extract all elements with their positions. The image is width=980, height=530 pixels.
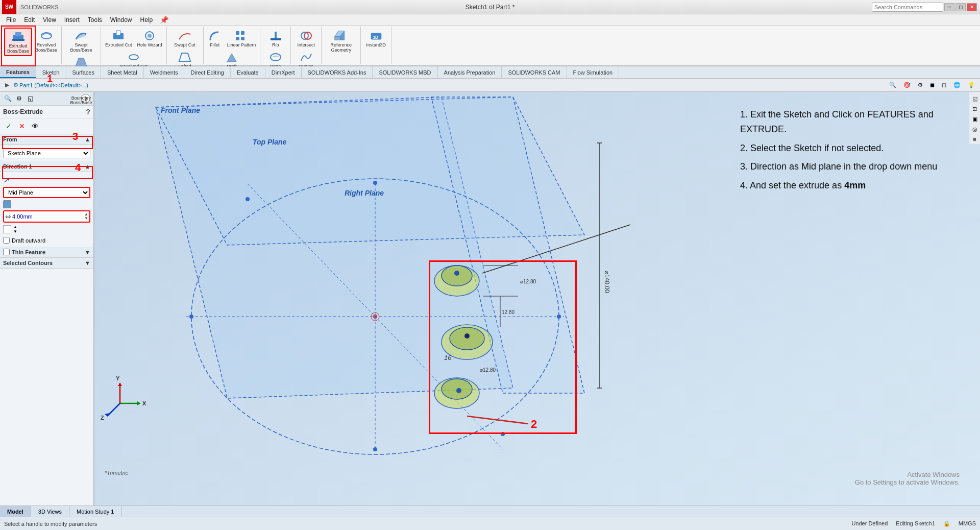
- menu-insert[interactable]: Insert: [60, 15, 84, 25]
- menu-help[interactable]: Help: [136, 15, 157, 25]
- linear-pattern-button[interactable]: Linear Pattern: [225, 28, 258, 49]
- instant3d-label: Instant3D: [366, 43, 386, 48]
- svg-rect-28: [335, 36, 340, 40]
- linear-pattern-label: Linear Pattern: [227, 43, 256, 48]
- toolbar: ExtrudedBoss/Base RevolvedBoss/Base Swep…: [0, 26, 980, 66]
- quick-filter-icon[interactable]: 🔍: [3, 94, 12, 103]
- menu-edit[interactable]: Edit: [20, 15, 39, 25]
- contour-down[interactable]: ▼: [13, 229, 17, 234]
- boundary-boss-base-label: Boundary Boss/Base: [66, 96, 96, 106]
- cancel-icon[interactable]: ✕: [16, 121, 28, 132]
- accept-icon[interactable]: ✓: [3, 121, 14, 132]
- extruded-cut-button[interactable]: Extruded Cut: [103, 28, 134, 49]
- extruded-boss-base-label: ExtrudedBoss/Base: [7, 44, 29, 54]
- toolbar2-icon6[interactable]: 🌐: [950, 81, 964, 89]
- fillet-button[interactable]: Fillet: [206, 28, 224, 49]
- tab-analysis[interactable]: Analysis Preparation: [438, 66, 502, 78]
- selected-contours-header[interactable]: Selected Contours ▼: [0, 258, 93, 269]
- swept-cut-button[interactable]: Swept Cut: [172, 28, 198, 49]
- tab-weldments[interactable]: Weldments: [144, 66, 185, 78]
- activate-line2: Go to Settings to activate Windows.: [855, 478, 960, 486]
- app-name: SOLIDWORKS: [18, 4, 59, 10]
- tabbar: Features Sketch Surfaces Sheet Metal Wel…: [0, 66, 980, 79]
- swept-boss-base-button[interactable]: Swept Boss/Base: [64, 28, 99, 54]
- menu-file[interactable]: File: [2, 15, 20, 25]
- draft-outward-checkbox[interactable]: [3, 237, 10, 244]
- constraint-left: [189, 315, 193, 319]
- tab-sw-cam[interactable]: SOLIDWORKS CAM: [502, 66, 567, 78]
- titlebar-controls: ─ ◻ ✕: [872, 3, 980, 12]
- tab-features[interactable]: Features: [0, 66, 36, 78]
- direction1-section-content: ↗ Blind Through All Through All - Both U…: [0, 172, 93, 247]
- tab-evaluate[interactable]: Evaluate: [231, 66, 265, 78]
- direction1-dropdown[interactable]: Blind Through All Through All - Both Up …: [3, 187, 90, 198]
- hole-cut-group: Extruded Cut Hole Wizard Revolved Cut: [101, 27, 167, 64]
- swept-cut-icon: [178, 29, 192, 43]
- restore-button[interactable]: ◻: [955, 3, 966, 11]
- dimension-arrows: ▲ ▼: [84, 212, 88, 221]
- intersect-group: Intersect Curves Mirror: [291, 27, 322, 64]
- tab-sw-mbd[interactable]: SOLIDWORKS MBD: [373, 66, 437, 78]
- contour-up[interactable]: ▲: [13, 225, 17, 229]
- swept-boss-base-label: Swept Boss/Base: [66, 43, 96, 53]
- help-icon[interactable]: ?: [86, 108, 90, 116]
- tab-surfaces[interactable]: Surfaces: [66, 66, 101, 78]
- menu-view[interactable]: View: [39, 15, 60, 25]
- instruction-1: 1. Exit the Sketch and Click on FEATURES…: [740, 107, 975, 137]
- red-number-1: 1: [47, 73, 53, 85]
- btab-3dviews[interactable]: 3D Views: [31, 506, 69, 517]
- revolved-boss-base-button[interactable]: RevolvedBoss/Base: [33, 28, 59, 54]
- toolbar2-icon5[interactable]: ◻: [939, 81, 949, 89]
- constraint-bot: [373, 447, 377, 451]
- menu-tools[interactable]: Tools: [84, 15, 106, 25]
- from-dropdown[interactable]: Sketch Plane Surface/Face/Plane Vertex O…: [3, 148, 90, 158]
- toolbar2: ▶ ⚙ Part1 (Default<<Default>...) 🔍 🎯 ⚙ ◼…: [0, 79, 980, 92]
- search-input[interactable]: [872, 3, 943, 12]
- status-right: Under Defined Editing Sketch1 🔒 MMGS: [851, 520, 976, 527]
- preview-icon[interactable]: 👁: [30, 121, 41, 132]
- toolbar2-icon2[interactable]: 🎯: [900, 81, 914, 89]
- from-section-header[interactable]: From ▲: [0, 134, 93, 145]
- hole-wizard-button[interactable]: Hole Wizard: [135, 28, 164, 49]
- minimize-button[interactable]: ─: [944, 3, 954, 11]
- tab-direct-editing[interactable]: Direct Editing: [184, 66, 230, 78]
- extruded-boss-base-button[interactable]: ExtrudedBoss/Base: [4, 28, 32, 56]
- thin-feature-header[interactable]: Thin Feature ▼: [0, 247, 93, 258]
- instruction-4: 4. And set the extrude as 4mm: [740, 178, 975, 193]
- reference-geometry-icon: [334, 29, 348, 43]
- toolbar2-icon7[interactable]: 💡: [965, 81, 978, 89]
- reference-geometry-button[interactable]: Reference Geometry: [324, 28, 358, 54]
- instant3d-button[interactable]: 3D Instant3D: [364, 28, 388, 49]
- tab-sw-addins[interactable]: SOLIDWORKS Add-Ins: [302, 66, 373, 78]
- toolbar2-icon4[interactable]: ◼: [927, 81, 938, 89]
- panel-settings-icon[interactable]: ⚙: [14, 94, 23, 103]
- svg-rect-15: [236, 37, 239, 40]
- svg-text:3D: 3D: [373, 35, 378, 40]
- rib-button[interactable]: Rib: [266, 28, 285, 49]
- selected-contours-chevron: ▼: [85, 260, 90, 266]
- thin-feature-checkbox[interactable]: [3, 249, 10, 255]
- pin-icon[interactable]: 📌: [157, 16, 172, 24]
- intersect-button[interactable]: Intersect: [295, 28, 317, 49]
- reference-geometry-label: Reference Geometry: [326, 43, 356, 53]
- toolbar2-icon1[interactable]: 🔍: [886, 81, 899, 89]
- dimension-input[interactable]: [12, 213, 83, 220]
- panel-expand-icon[interactable]: ◱: [26, 94, 35, 103]
- direction1-chevron: ▲: [85, 163, 90, 170]
- close-button[interactable]: ✕: [967, 3, 977, 11]
- svg-text:Z: Z: [101, 415, 104, 421]
- tab-dimxpert[interactable]: DimXpert: [265, 66, 302, 78]
- sw-logo: SW: [2, 0, 16, 14]
- btab-model[interactable]: Model: [0, 506, 31, 517]
- svg-rect-7: [116, 31, 120, 35]
- direction-arrow-icon: ↗: [3, 175, 10, 185]
- tab-sheet-metal[interactable]: Sheet Metal: [101, 66, 144, 78]
- dim-down-arrow[interactable]: ▼: [84, 216, 88, 221]
- menu-window[interactable]: Window: [106, 15, 136, 25]
- right-icon-1[interactable]: ◱: [970, 94, 979, 103]
- part-icon: ⚙: [13, 82, 18, 88]
- tab-flow-sim[interactable]: Flow Simulation: [567, 66, 620, 78]
- toolbar2-icon3[interactable]: ⚙: [915, 81, 926, 89]
- from-chevron: ▲: [85, 136, 90, 142]
- btab-motion[interactable]: Motion Study 1: [69, 506, 121, 517]
